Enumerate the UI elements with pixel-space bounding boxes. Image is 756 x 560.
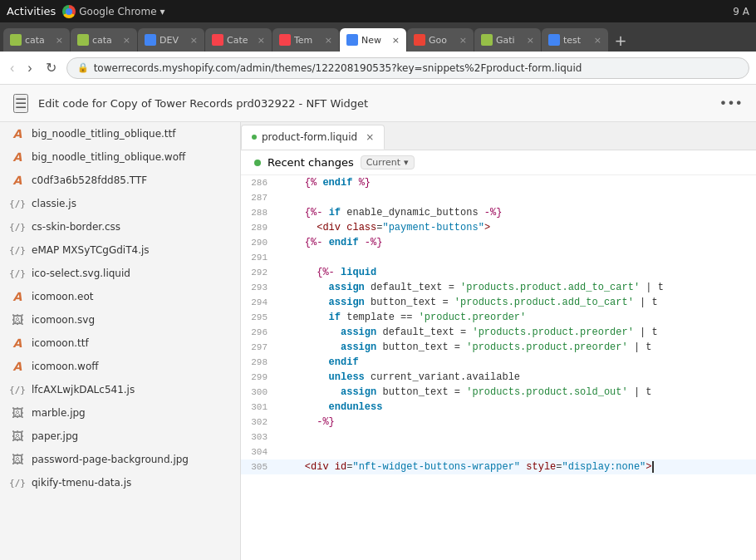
- file-tab-product-form[interactable]: product-form.liquid ×: [241, 125, 385, 150]
- sidebar-item-cs-skin-border[interactable]: {/} cs-skin-border.css: [0, 215, 240, 238]
- tab-bar: cata × cata × DEV × Cate × Tem × New × G…: [0, 22, 756, 52]
- line-content[interactable]: assign default_text = 'products.product.…: [277, 280, 756, 295]
- code-line-302: 302 -%}: [241, 415, 756, 430]
- sidebar-item-qikify[interactable]: {/} qikify-tmenu-data.js: [0, 471, 240, 494]
- back-button[interactable]: ‹: [7, 59, 17, 77]
- chrome-dropdown-icon[interactable]: ▾: [160, 6, 165, 17]
- reload-button[interactable]: ↻: [42, 58, 60, 77]
- line-content[interactable]: assign button_text = 'products.product.p…: [277, 340, 756, 355]
- sidebar-filename: paper.jpg: [32, 430, 78, 442]
- line-content[interactable]: -%}: [277, 415, 756, 430]
- code-line-292: 292 {%- liquid: [241, 265, 756, 280]
- sidebar-item-paper-jpg[interactable]: 🖼 paper.jpg: [0, 425, 240, 448]
- line-content[interactable]: <div id="nft-widget-buttons-wrapper" sty…: [277, 459, 756, 474]
- line-content[interactable]: {%- if enable_dynamic_buttons -%}: [277, 205, 756, 220]
- line-content[interactable]: {%- endif -%}: [277, 235, 756, 250]
- tab-label-2: cata: [92, 35, 118, 46]
- url-text: towerrecords.myshopify.com/admin/themes/…: [94, 62, 582, 74]
- top-bar-left: Activities Google Chrome ▾: [7, 5, 165, 18]
- code-line-290: 290 {%- endif -%}: [241, 235, 756, 250]
- browser-tab-dev[interactable]: DEV ×: [138, 28, 204, 52]
- browser-tab-test[interactable]: test ×: [542, 28, 608, 52]
- line-content[interactable]: endunless: [277, 400, 756, 415]
- code-line-300: 300 assign button_text = 'products.produ…: [241, 385, 756, 400]
- file-tab-close[interactable]: ×: [366, 131, 374, 143]
- current-badge[interactable]: Current ▾: [361, 155, 415, 169]
- code-editor[interactable]: 286 {% endif %} 287 288 {%- if enable_dy…: [241, 175, 756, 560]
- font-file-icon: A: [10, 336, 25, 351]
- sidebar-item-c0df[interactable]: A c0df3a6b528fdd85.TTF: [0, 169, 240, 192]
- sidebar-item-icomoon-ttf[interactable]: A icomoon.ttf: [0, 332, 240, 355]
- sidebar-item-classie-js[interactable]: {/} classie.js: [0, 192, 240, 215]
- font-file-icon: A: [10, 173, 25, 188]
- js-file-icon: {/}: [10, 475, 25, 490]
- sidebar-item-icomoon-eot[interactable]: A icomoon.eot: [0, 285, 240, 308]
- forward-button[interactable]: ›: [24, 59, 35, 77]
- tab-favicon-8: [481, 34, 493, 46]
- sidebar-item-marble-jpg[interactable]: 🖼 marble.jpg: [0, 401, 240, 425]
- browser-tab-cata2[interactable]: cata ×: [71, 28, 137, 52]
- code-line-295: 295 if template == 'product.preorder': [241, 310, 756, 325]
- line-content[interactable]: {%- liquid: [277, 265, 756, 280]
- sidebar-filename: icomoon.svg: [32, 314, 95, 326]
- sidebar-item-icomoon-svg[interactable]: 🖼 icomoon.svg: [0, 308, 240, 332]
- browser-tab-cata1[interactable]: cata ×: [3, 28, 70, 52]
- sidebar-item-password-bg[interactable]: 🖼 password-page-background.jpg: [0, 448, 240, 471]
- chrome-icon: [62, 5, 76, 18]
- code-line-304: 304: [241, 445, 756, 459]
- line-number: 297: [241, 340, 277, 355]
- line-number: 286: [241, 175, 277, 190]
- activities-button[interactable]: Activities: [7, 5, 56, 17]
- browser-tab-tem[interactable]: Tem ×: [272, 28, 339, 52]
- tab-close-7[interactable]: ×: [459, 35, 467, 46]
- sidebar-filename: classie.js: [32, 198, 76, 209]
- font-file-icon: A: [10, 150, 25, 165]
- sidebar-item-lfcaxlwjk[interactable]: {/} lfcAXLwjkDALc541.js: [0, 378, 240, 401]
- sidebar-filename: cs-skin-border.css: [32, 221, 120, 233]
- line-content[interactable]: {% endif %}: [277, 175, 756, 190]
- url-bar[interactable]: 🔒 towerrecords.myshopify.com/admin/theme…: [66, 57, 749, 79]
- line-content[interactable]: if template == 'product.preorder': [277, 310, 756, 325]
- line-content[interactable]: assign default_text = 'products.product.…: [277, 325, 756, 340]
- tab-close-9[interactable]: ×: [594, 35, 601, 46]
- line-content[interactable]: assign button_text = 'products.product.s…: [277, 385, 756, 400]
- line-number: 289: [241, 220, 277, 235]
- image-file-icon: 🖼: [10, 452, 25, 467]
- new-tab-button[interactable]: +: [609, 28, 632, 52]
- tab-close-1[interactable]: ×: [56, 35, 63, 46]
- file-sidebar: A big_noodle_titling_oblique.ttf A big_n…: [0, 122, 241, 560]
- sidebar-item-ico-select[interactable]: {/} ico-select.svg.liquid: [0, 262, 240, 285]
- line-content[interactable]: <div class="payment-buttons">: [277, 220, 756, 235]
- line-content[interactable]: unless current_variant.available: [277, 370, 756, 385]
- browser-tab-goo[interactable]: Goo ×: [407, 28, 474, 52]
- tab-favicon-3: [145, 34, 156, 46]
- js-file-icon: {/}: [10, 382, 25, 397]
- code-line-287: 287: [241, 190, 756, 205]
- tab-label-1: cata: [25, 35, 51, 46]
- tab-close-6[interactable]: ×: [392, 35, 400, 46]
- image-file-icon: 🖼: [10, 312, 25, 327]
- sidebar-toggle-button[interactable]: ☰: [13, 94, 28, 113]
- tab-close-5[interactable]: ×: [325, 35, 332, 46]
- editor-more-button[interactable]: •••: [719, 96, 743, 111]
- line-number: 290: [241, 235, 277, 250]
- tab-close-8[interactable]: ×: [527, 35, 534, 46]
- line-content[interactable]: endif: [277, 355, 756, 370]
- tab-label-6: New: [361, 35, 387, 46]
- sidebar-filename: big_noodle_titling_oblique.woff: [32, 151, 185, 163]
- file-tab-label: product-form.liquid: [262, 131, 357, 143]
- sidebar-filename: big_noodle_titling_oblique.ttf: [32, 128, 176, 140]
- sidebar-item-big-noodle-ttf[interactable]: A big_noodle_titling_oblique.ttf: [0, 122, 240, 145]
- tab-close-2[interactable]: ×: [123, 35, 130, 46]
- line-number: 301: [241, 400, 277, 415]
- sidebar-item-icomoon-woff[interactable]: A icomoon.woff: [0, 355, 240, 378]
- browser-tab-gati[interactable]: Gati ×: [474, 28, 541, 52]
- line-content[interactable]: assign button_text = 'products.product.a…: [277, 295, 756, 310]
- tab-close-4[interactable]: ×: [258, 35, 265, 46]
- tab-close-3[interactable]: ×: [190, 35, 198, 46]
- browser-tab-new[interactable]: New ×: [340, 28, 406, 52]
- sidebar-item-emappmxsy[interactable]: {/} eMAP MXSyTCgGdiT4.js: [0, 238, 240, 262]
- sidebar-item-big-noodle-woff[interactable]: A big_noodle_titling_oblique.woff: [0, 145, 240, 169]
- browser-tab-cate[interactable]: Cate ×: [205, 28, 272, 52]
- js-file-icon: {/}: [10, 196, 25, 211]
